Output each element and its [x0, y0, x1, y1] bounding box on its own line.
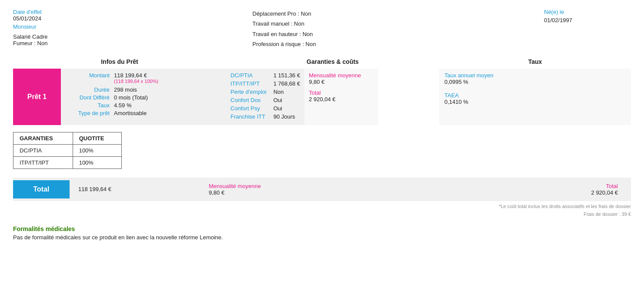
table-row: DC/PTIA 100% — [13, 144, 122, 156]
garanties-block: DC/PTIA ITP/ITT/IPT Perte d'emploi Confo… — [226, 69, 439, 125]
taux-annuel-label: Taux annuel moyen — [444, 72, 494, 79]
garantie-confort-psy-label: Confort Psy — [230, 105, 267, 112]
montant-sub: (118 199,64 x 100%) — [114, 79, 221, 84]
row2-garantie: ITP/ITT/IPT — [13, 156, 73, 169]
garantie-confort-dos-val: Oui — [274, 97, 300, 103]
quotite-section: GARANTIES QUOTITE DC/PTIA 100% ITP/ITT/I… — [13, 132, 631, 169]
total-bar-label: Total — [13, 180, 70, 198]
infos-pret-title: Infos du Prêt — [13, 58, 226, 65]
travail-hauteur: Travail en hauteur : Non — [253, 29, 383, 39]
formalites-text: Pas de formalité médicales sur ce produi… — [13, 234, 631, 241]
taea-row: TAEA 0,1410 % — [444, 92, 626, 105]
table-row: ITP/ITT/IPT 100% — [13, 156, 122, 169]
garanties-middle: Mensualité moyenne 9,80 € Total 2 920,04… — [304, 69, 378, 125]
garantie-perte-label: Perte d'emploi — [230, 89, 267, 95]
mensualite-label: Mensualité moyenne — [309, 72, 374, 79]
garanties-left: DC/PTIA ITP/ITT/IPT Perte d'emploi Confo… — [226, 69, 304, 125]
taea-label: TAEA — [444, 92, 488, 99]
quotite-table: GARANTIES QUOTITE DC/PTIA 100% ITP/ITT/I… — [13, 132, 122, 169]
taux-annuel-row: Taux annuel moyen 0,0995 % — [444, 72, 626, 85]
deplacement-pro: Déplacement Pro : Non — [253, 9, 383, 19]
total-mensualite-value: 9,80 € — [209, 189, 570, 196]
garantie-itp-val: 1 768,68 € — [274, 80, 300, 87]
pret-details: Montant 118 199,64 € (118 199,64 x 100%)… — [61, 69, 226, 125]
duree-value: 298 mois — [114, 86, 221, 93]
garantie-perte-val: Non — [274, 89, 300, 95]
taux-title: Taux — [439, 58, 631, 65]
taea-value: 0,1410 % — [444, 99, 488, 105]
header-right: Né(e) le 01/02/1997 — [544, 9, 631, 50]
garantie-dc-ptia-label: DC/PTIA — [230, 72, 267, 79]
total-bar-middle: Mensualité moyenne 9,80 € — [200, 178, 578, 201]
total-bar-amount: 118 199,64 € — [70, 181, 200, 198]
center-info: Déplacement Pro : Non Travail manuel : N… — [253, 9, 383, 50]
duree-label: Durée — [66, 86, 110, 93]
travail-manuel: Travail manuel : Non — [253, 19, 383, 29]
date-value: 05/01/2024 — [13, 15, 91, 22]
garantie-franchise-val: 90 Jours — [274, 113, 300, 120]
garanties-labels-col: DC/PTIA ITP/ITT/IPT Perte d'emploi Confo… — [230, 72, 267, 122]
ne-label: Né(e) le — [544, 9, 631, 15]
taux-label: Taux — [66, 102, 110, 109]
garanties-title: Garanties & coûts — [226, 58, 439, 65]
garanties-values-col: 1 151,36 € 1 768,68 € Non Oui Oui 90 Jou… — [274, 72, 300, 122]
total-bar-total-label: Total — [591, 183, 618, 189]
col-quotite: QUOTITE — [73, 132, 121, 144]
formalites-section: Formalités médicales Pas de formalité mé… — [13, 225, 631, 241]
garanties-container: DC/PTIA ITP/ITT/IPT Perte d'emploi Confo… — [226, 69, 439, 125]
montant-label: Montant — [66, 72, 110, 85]
col-garanties: GARANTIES — [13, 132, 73, 144]
garantie-franchise-label: Franchise ITT — [230, 113, 267, 120]
type-pret-value: Amortissable — [114, 110, 221, 116]
profession-risque: Profession à risque : Non — [253, 39, 383, 49]
date-label: Date d'effet — [13, 9, 91, 15]
header-section: Date d'effet 05/01/2024 Monsieur Salarié… — [13, 9, 631, 50]
montant-value-block: 118 199,64 € (118 199,64 x 100%) — [114, 72, 221, 85]
montant-row: Montant 118 199,64 € (118 199,64 x 100%) — [66, 72, 221, 85]
total-block: Total 2 920,04 € — [309, 89, 374, 102]
footnote2: Frais de dossier : 39 € — [13, 212, 631, 217]
total-bar-right: Total 2 920,04 € — [578, 178, 631, 201]
row1-quotite: 100% — [73, 144, 121, 156]
garantie-confort-psy-val: Oui — [274, 105, 300, 112]
infos-pret-container: Prêt 1 Montant 118 199,64 € (118 199,64 … — [13, 69, 226, 125]
main-block: Prêt 1 Montant 118 199,64 € (118 199,64 … — [13, 69, 631, 125]
total-bar: Total 118 199,64 € Mensualité moyenne 9,… — [13, 178, 631, 201]
total-mensualite-label: Mensualité moyenne — [209, 183, 570, 189]
header-center: Déplacement Pro : Non Travail manuel : N… — [253, 9, 383, 50]
taea-block: TAEA 0,1410 % — [444, 92, 488, 105]
salarie: Salarié Cadre Fumeur : Non — [13, 33, 91, 46]
montant-value: 118 199,64 € — [114, 72, 221, 79]
ne-date: 01/02/1997 — [544, 17, 631, 23]
total-label: Total — [309, 89, 374, 96]
garantie-confort-dos-label: Confort Dos — [230, 97, 267, 103]
taux-annuel-block: Taux annuel moyen 0,0995 % — [444, 72, 494, 85]
civilite: Monsieur — [13, 23, 91, 30]
footnote1: *Le coût total inclus les droits associa… — [13, 204, 631, 209]
garantie-itp-label: ITP/ITT/IPT — [230, 80, 267, 87]
pret-block: Prêt 1 Montant 118 199,64 € (118 199,64 … — [13, 69, 226, 125]
taux-annuel-value: 0,0995 % — [444, 79, 494, 85]
dont-differe-value: 0 mois (Total) — [114, 94, 221, 101]
pret-label-box: Prêt 1 — [13, 69, 61, 125]
taux-block: Taux annuel moyen 0,0995 % TAEA 0,1410 % — [439, 69, 631, 125]
type-pret-row: Type de prêt Amortissable — [66, 110, 221, 116]
dont-differe-label: Dont Différé — [66, 94, 110, 101]
mensualite-block: Mensualité moyenne 9,80 € — [309, 72, 374, 85]
pret-label: Prêt 1 — [27, 93, 47, 101]
garantie-dc-ptia-val: 1 151,36 € — [274, 72, 300, 79]
taux-value: 4.59 % — [114, 102, 221, 109]
duree-row: Durée 298 mois — [66, 86, 221, 93]
type-pret-label: Type de prêt — [66, 110, 110, 116]
row1-garantie: DC/PTIA — [13, 144, 73, 156]
mensualite-value: 9,80 € — [309, 79, 374, 85]
total-bar-total-value: 2 920,04 € — [591, 189, 618, 196]
header-left: Date d'effet 05/01/2024 Monsieur Salarié… — [13, 9, 91, 50]
row2-quotite: 100% — [73, 156, 121, 169]
formalites-title: Formalités médicales — [13, 225, 631, 232]
dont-differe-row: Dont Différé 0 mois (Total) — [66, 94, 221, 101]
total-value: 2 920,04 € — [309, 96, 374, 102]
taux-container: Taux annuel moyen 0,0995 % TAEA 0,1410 % — [439, 69, 631, 125]
taux-row: Taux 4.59 % — [66, 102, 221, 109]
